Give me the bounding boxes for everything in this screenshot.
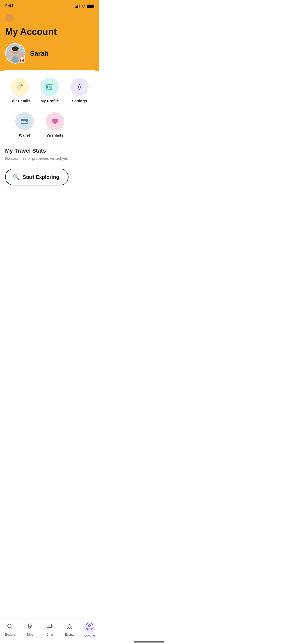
header-section: My Account — [0, 11, 99, 71]
explore-btn-label: Start Exploring! — [23, 174, 61, 180]
user-row: 🇨🇦 Sarah — [5, 43, 94, 64]
svg-point-5 — [12, 46, 19, 51]
svg-point-11 — [78, 86, 80, 88]
svg-point-7 — [47, 86, 49, 88]
search-icon: 🔍 — [13, 174, 20, 180]
content-area: Edit Details My Profile S — [0, 70, 99, 193]
avatar-container[interactable]: 🇨🇦 — [5, 43, 25, 64]
menu-item-my-profile[interactable]: My Profile — [35, 78, 65, 103]
user-name: Sarah — [30, 50, 48, 57]
wallet-label: Wallet — [19, 133, 30, 137]
my-profile-label: My Profile — [40, 99, 59, 103]
menu-item-wallet[interactable]: Wallet — [9, 112, 40, 137]
status-icons — [75, 4, 94, 8]
heart-icon — [51, 117, 59, 126]
travel-stats-subtitle: No countries or properties visited yet. — [5, 156, 94, 160]
menu-row-2: Wallet Wishlists — [5, 112, 94, 137]
menu-item-edit-details[interactable]: Edit Details — [5, 78, 35, 103]
status-bar: 9:41 — [0, 0, 99, 11]
travel-stats-title: My Travel Stats — [5, 148, 94, 154]
my-profile-icon-circle — [40, 78, 59, 96]
settings-icon-circle — [70, 78, 89, 96]
wallet-icon-circle — [15, 112, 34, 130]
wishlists-label: Wishlists — [47, 133, 63, 137]
menu-row-1: Edit Details My Profile S — [5, 78, 94, 103]
profile-card-icon — [45, 83, 54, 91]
wishlists-icon-circle — [46, 112, 64, 130]
wifi-icon — [81, 4, 86, 8]
menu-item-settings[interactable]: Settings — [64, 78, 94, 103]
signal-icon — [75, 4, 79, 8]
edit-details-icon-circle — [11, 78, 29, 96]
edit-details-label: Edit Details — [9, 99, 30, 103]
notification-dot — [5, 14, 14, 22]
svg-rect-13 — [26, 121, 27, 122]
svg-rect-2 — [7, 51, 12, 63]
menu-item-wishlists[interactable]: Wishlists — [40, 112, 70, 137]
flag-badge: 🇨🇦 — [19, 57, 25, 63]
start-exploring-button[interactable]: 🔍 Start Exploring! — [5, 169, 69, 185]
settings-label: Settings — [72, 99, 87, 103]
status-time: 9:41 — [5, 4, 14, 9]
wallet-icon — [20, 117, 29, 126]
page-title: My Account — [5, 26, 94, 37]
battery-icon — [87, 5, 94, 8]
travel-stats-section: My Travel Stats No countries or properti… — [5, 148, 94, 160]
gear-icon — [75, 83, 84, 91]
pencil-icon — [16, 83, 24, 91]
